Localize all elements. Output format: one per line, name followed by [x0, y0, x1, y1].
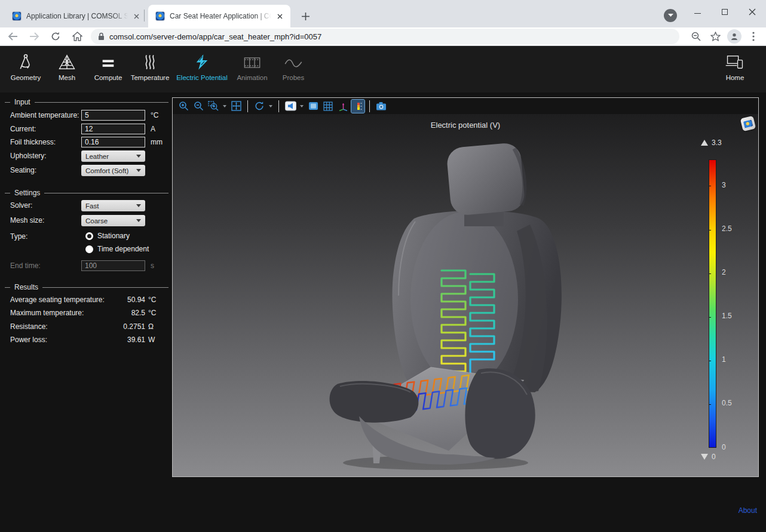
radio-unselected-icon	[85, 245, 93, 253]
browser-menu-icon[interactable]	[745, 29, 762, 44]
color-legend-toggle[interactable]	[351, 100, 364, 113]
grid-icon[interactable]	[321, 100, 335, 113]
tab-application-library[interactable]: Application Library | COMSOL Se	[5, 5, 147, 27]
devices-home-icon	[725, 52, 745, 71]
legend-tick: 0	[722, 443, 726, 451]
upholstery-dropdown[interactable]: Leather	[81, 150, 145, 162]
seating-dropdown[interactable]: Comfort (Soft)	[81, 165, 145, 176]
ribbon-home-button[interactable]: Home	[712, 52, 758, 81]
legend-tick: 2	[722, 268, 726, 276]
about-link[interactable]: About	[739, 506, 757, 515]
reload-icon[interactable]	[47, 29, 65, 44]
zoom-in-icon[interactable]	[177, 100, 190, 113]
new-tab-button[interactable]	[297, 8, 314, 24]
home-icon[interactable]	[68, 29, 86, 44]
lock-icon	[98, 32, 105, 41]
field-row-seating: Seating: Comfort (Soft)	[10, 165, 166, 177]
tab-close-icon[interactable]	[275, 11, 284, 21]
ribbon-compute-button[interactable]: Compute	[85, 52, 131, 81]
screenshot-camera-icon[interactable]	[375, 100, 388, 113]
chevron-down-icon	[136, 219, 141, 222]
settings-sidebar: Input Ambient temperature: °C Current: A…	[0, 93, 172, 532]
result-row-resistance: Resistance: 0.2751 Ω	[10, 321, 162, 332]
reset-view-icon[interactable]	[253, 100, 266, 113]
mesh-size-dropdown[interactable]: Coarse	[81, 215, 145, 226]
radio-selected-icon	[85, 232, 93, 240]
tab-close-icon[interactable]	[131, 11, 141, 21]
tab-car-seat-heater[interactable]: Car Seat Heater Application | CO	[148, 5, 290, 27]
radio-time-dependent[interactable]: Time dependent	[85, 244, 149, 254]
graphics-panel: Electric potential (V)	[172, 97, 759, 477]
chevron-down-icon	[136, 169, 141, 172]
scene-light-icon[interactable]	[307, 100, 320, 113]
legend-tick: 3	[722, 181, 726, 189]
result-row-average-temperature: Average seating temperature: 50.94 °C	[10, 294, 162, 305]
min-arrow-icon	[701, 454, 708, 460]
page-zoom-icon[interactable]	[688, 29, 704, 44]
window-maximize-button[interactable]	[711, 0, 739, 24]
url-omnibox[interactable]: comsol.com/server-demo/app/car_seat_heat…	[91, 29, 679, 44]
comsol-app: Geometry Mesh Compute Temperature	[0, 46, 766, 532]
legend-max: 3.3	[701, 139, 722, 147]
temperature-waves-icon	[142, 52, 158, 71]
zoom-box-icon[interactable]	[207, 100, 220, 113]
chevron-down-icon[interactable]	[222, 100, 228, 113]
field-row-foil-thickness: Foil thickness: mm	[10, 137, 166, 149]
car-seat-3d-model	[173, 114, 758, 476]
chevron-down-icon[interactable]	[299, 100, 305, 113]
result-row-maximum-temperature: Maximum temperature: 82.5 °C	[10, 307, 162, 318]
zoom-out-icon[interactable]	[192, 100, 205, 113]
solver-dropdown[interactable]: Fast	[81, 200, 145, 211]
forward-icon[interactable]	[25, 29, 43, 44]
field-row-upholstery: Upholstery: Leather	[10, 150, 166, 162]
chevron-down-icon	[136, 155, 141, 158]
ribbon-geometry-button[interactable]: Geometry	[3, 52, 48, 81]
plot-area[interactable]: Electric potential (V)	[173, 114, 758, 476]
ribbon-probes-button[interactable]: Probes	[271, 52, 316, 81]
profile-avatar[interactable]	[726, 29, 743, 44]
foil-thickness-input[interactable]	[81, 137, 145, 147]
window-minimize-button[interactable]	[684, 0, 711, 24]
ribbon-temperature-button[interactable]: Temperature	[127, 52, 173, 81]
field-row-end-time: End time: s	[10, 260, 166, 272]
back-icon[interactable]	[4, 29, 22, 44]
ribbon-mesh-button[interactable]: Mesh	[44, 52, 90, 81]
field-row-ambient-temperature: Ambient temperature: °C	[10, 110, 166, 122]
result-row-power-loss: Power loss: 39.61 W	[10, 334, 162, 345]
toolbar-separator	[278, 100, 279, 112]
window-close-button[interactable]	[739, 0, 766, 24]
result-value: 82.5	[131, 309, 145, 317]
url-text: comsol.com/server-demo/app/car_seat_heat…	[109, 32, 321, 41]
section-header-settings: Settings	[5, 189, 168, 197]
field-row-current: Current: A	[10, 124, 166, 136]
graphics-toolbar	[173, 98, 758, 114]
end-time-input[interactable]	[81, 260, 145, 271]
axis-orientation-icon[interactable]	[336, 100, 350, 113]
chevron-down-icon[interactable]	[268, 100, 274, 113]
tab-title: Application Library | COMSOL Se	[26, 12, 128, 20]
toolbar-separator	[247, 100, 248, 112]
zoom-extents-icon[interactable]	[229, 100, 243, 113]
ribbon-electric-potential-button[interactable]: Electric Potential	[174, 52, 229, 81]
current-input[interactable]	[81, 124, 145, 134]
result-value: 0.2751	[123, 322, 145, 331]
legend-min: 0	[701, 453, 716, 461]
section-header-results: Results	[5, 283, 168, 291]
bookmark-star-icon[interactable]	[707, 29, 724, 44]
comsol-favicon	[12, 11, 22, 21]
max-arrow-icon	[701, 140, 708, 146]
tab-search-button[interactable]	[664, 9, 677, 22]
radio-stationary[interactable]: Stationary	[85, 231, 130, 241]
sine-wave-icon	[284, 52, 303, 71]
mesh-triangle-icon	[58, 52, 76, 71]
browser-address-bar: comsol.com/server-demo/app/car_seat_heat…	[0, 27, 766, 46]
compute-equals-icon	[100, 52, 117, 71]
tab-separator	[144, 10, 145, 21]
chevron-down-icon	[136, 204, 141, 207]
ambient-temperature-input[interactable]	[81, 110, 145, 121]
section-header-input: Input	[5, 98, 168, 106]
default-view-icon[interactable]	[284, 100, 297, 113]
legend-tick: 1	[722, 355, 726, 364]
field-row-solver: Solver: Fast	[10, 200, 166, 212]
ribbon-animation-button[interactable]: Animation	[229, 52, 275, 81]
